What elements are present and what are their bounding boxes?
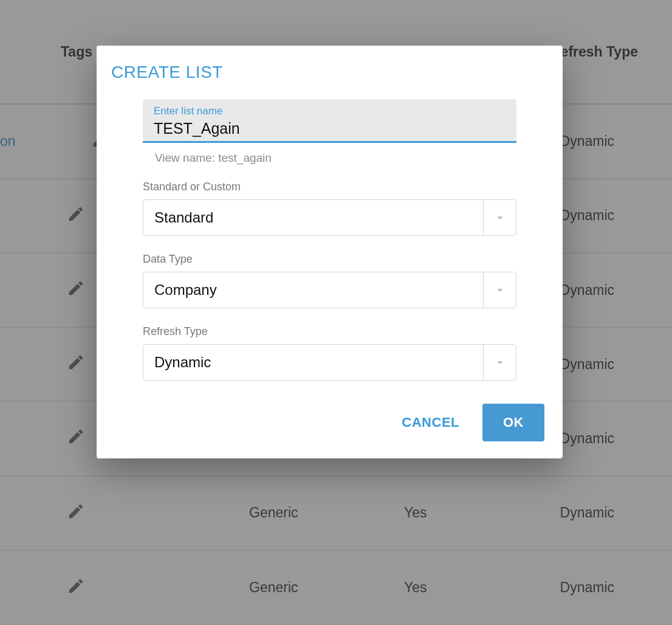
data-type-value: Company (154, 281, 217, 299)
modal-title: CREATE LIST (111, 63, 548, 82)
ok-button[interactable]: OK (482, 404, 544, 441)
list-name-input[interactable] (154, 120, 506, 137)
refresh-type-value: Dynamic (154, 354, 211, 371)
refresh-type-label: Refresh Type (143, 325, 548, 338)
data-type-select[interactable]: Company (143, 272, 516, 308)
cancel-button[interactable]: CANCEL (402, 415, 459, 430)
standard-custom-label: Standard or Custom (143, 181, 548, 193)
chevron-down-icon (483, 272, 516, 308)
list-name-field-wrap[interactable]: Enter list name (143, 99, 516, 143)
create-list-modal: CREATE LIST Enter list name View name: t… (97, 46, 563, 458)
view-name-hint: View name: test_again (155, 151, 548, 165)
standard-custom-value: Standard (154, 209, 213, 226)
list-name-label: Enter list name (154, 105, 506, 117)
chevron-down-icon (483, 345, 516, 380)
data-type-label: Data Type (143, 253, 548, 266)
chevron-down-icon (483, 200, 516, 235)
refresh-type-select[interactable]: Dynamic (143, 344, 516, 381)
standard-custom-select[interactable]: Standard (143, 199, 516, 236)
